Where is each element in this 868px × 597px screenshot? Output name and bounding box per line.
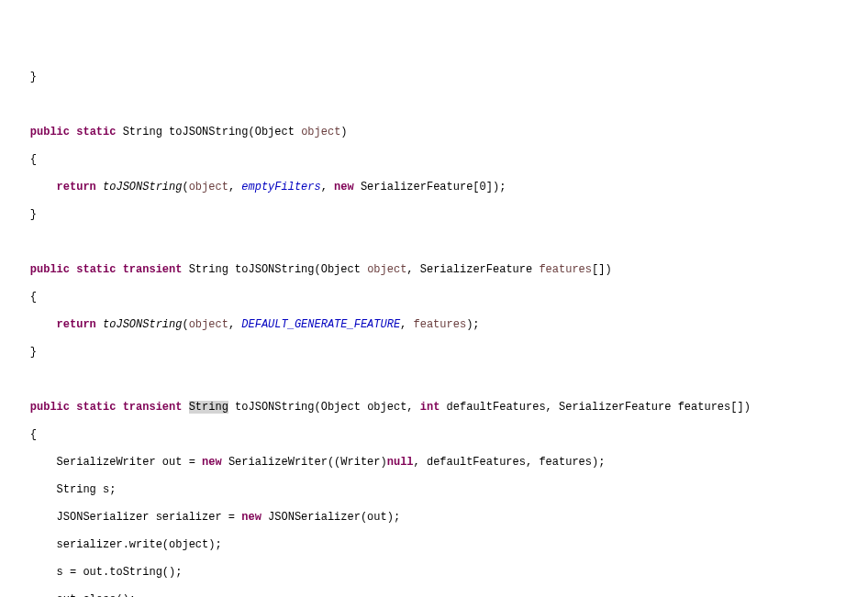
code-line: String s;: [0, 483, 868, 497]
code-line: }: [0, 346, 868, 359]
code-line: [0, 98, 868, 112]
code-editor[interactable]: } public static String toJSONString(Obje…: [0, 57, 868, 597]
code-line: s = out.toString();: [0, 566, 868, 580]
code-line: {: [0, 428, 868, 442]
code-line: public static transient String toJSONStr…: [0, 401, 868, 415]
code-line: public static transient String toJSONStr…: [0, 263, 868, 277]
code-line: }: [0, 208, 868, 222]
code-line: {: [0, 291, 868, 304]
code-line: [0, 236, 868, 249]
code-line: serializer.write(object);: [0, 538, 868, 552]
code-line: [0, 373, 868, 387]
selected-text: String: [189, 401, 228, 414]
code-line: SerializeWriter out = new SerializeWrite…: [0, 456, 868, 470]
code-line: out.close();: [0, 593, 868, 597]
code-line: return toJSONString(object, DEFAULT_GENE…: [0, 318, 868, 332]
code-line: {: [0, 153, 868, 167]
code-line: JSONSerializer serializer = new JSONSeri…: [0, 511, 868, 525]
code-line: return toJSONString(object, emptyFilters…: [0, 181, 868, 194]
code-line: }: [0, 71, 868, 84]
code-line: public static String toJSONString(Object…: [0, 126, 868, 139]
